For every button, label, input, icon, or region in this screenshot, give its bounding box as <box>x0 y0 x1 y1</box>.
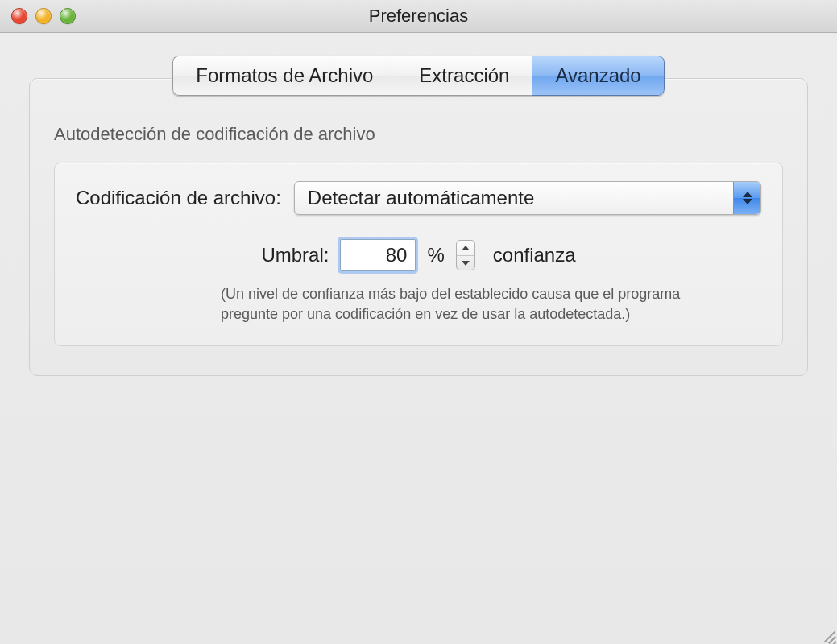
traffic-lights <box>11 8 76 24</box>
tab-segmented-control: Formatos de Archivo Extracción Avanzado <box>172 56 664 96</box>
content-area: Formatos de Archivo Extracción Avanzado … <box>0 33 837 644</box>
stepper-down-icon[interactable] <box>457 255 474 270</box>
tab-extraction[interactable]: Extracción <box>396 56 532 96</box>
stepper-up-icon[interactable] <box>457 241 474 255</box>
encoding-row: Codificación de archivo: Detectar automá… <box>76 181 761 215</box>
titlebar: Preferencias <box>0 0 837 32</box>
window-title: Preferencias <box>0 6 837 27</box>
confidence-label: confianza <box>493 244 576 266</box>
tab-bar: Formatos de Archivo Extracción Avanzado <box>29 56 808 96</box>
encoding-value: Detectar automáticamente <box>295 182 733 214</box>
tab-file-formats[interactable]: Formatos de Archivo <box>172 56 396 96</box>
threshold-row: Umbral: % confianza <box>76 239 761 271</box>
help-text: (Un nivel de confianza más bajo del esta… <box>76 284 761 324</box>
popup-arrows-icon <box>733 182 760 214</box>
advanced-group-box: Autodetección de codificación de archivo… <box>29 78 808 376</box>
window-chrome: Preferencias <box>0 0 837 33</box>
percent-symbol: % <box>427 244 444 266</box>
tab-advanced[interactable]: Avanzado <box>532 56 664 96</box>
close-button[interactable] <box>11 8 27 24</box>
encoding-popup[interactable]: Detectar automáticamente <box>294 181 761 215</box>
threshold-input[interactable] <box>340 239 416 271</box>
minimize-button[interactable] <box>35 8 52 24</box>
encoding-label: Codificación de archivo: <box>76 187 281 209</box>
autodetect-box: Codificación de archivo: Detectar automá… <box>54 163 783 346</box>
section-heading: Autodetección de codificación de archivo <box>54 124 783 145</box>
resize-grip-icon[interactable] <box>819 627 835 643</box>
zoom-button[interactable] <box>60 8 76 24</box>
threshold-label: Umbral: <box>261 244 329 266</box>
threshold-stepper[interactable] <box>456 240 475 270</box>
